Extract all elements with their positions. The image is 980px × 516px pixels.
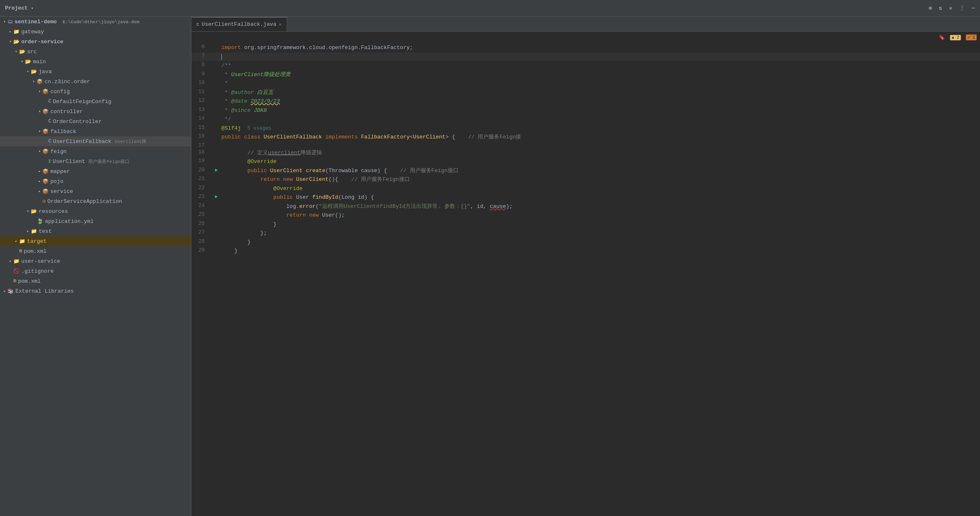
sidebar-item-external-libraries[interactable]: 📚 External Libraries bbox=[0, 286, 191, 296]
tab-user-client-fallback[interactable]: C UserClientFallback.java ✕ bbox=[191, 17, 287, 31]
sidebar-item-package[interactable]: 📦 cn.z3inc.order bbox=[0, 77, 191, 86]
menu-icon[interactable]: ⋮ bbox=[959, 5, 965, 12]
resources-icon: 📂 bbox=[31, 208, 37, 215]
default-feign-config-label: DefaultFeignConfig bbox=[53, 99, 111, 105]
project-dropdown-icon[interactable]: ▾ bbox=[31, 6, 34, 11]
resources-arrow bbox=[25, 209, 31, 214]
line-gutter-16 bbox=[211, 133, 221, 142]
bookmark-icon[interactable]: 🔖 bbox=[939, 35, 945, 41]
sidebar-item-default-feign-config[interactable]: C DefaultFeignConfig bbox=[0, 96, 191, 106]
sidebar-item-fallback[interactable]: 📦 fallback bbox=[0, 126, 191, 136]
main-layout: 🗂 sentinel-demo E:\Code\Other\jiuye\java… bbox=[0, 17, 980, 516]
folder-open-icon: 📂 bbox=[25, 59, 31, 65]
line-content-23: public User findById(Long id) { bbox=[221, 193, 980, 202]
line-num-7: 7 bbox=[191, 52, 211, 62]
sidebar-item-gitignore[interactable]: 🚫 .gitignore bbox=[0, 266, 191, 276]
main-arrow bbox=[19, 59, 25, 64]
line-gutter-6 bbox=[211, 43, 221, 52]
line-num-29: 29 bbox=[191, 247, 211, 256]
add-icon[interactable]: ⊕ bbox=[928, 5, 932, 12]
controller-icon: 📦 bbox=[42, 109, 49, 115]
user-client-fallback-label: UserClientFallback UserClient降 bbox=[53, 138, 146, 145]
sidebar-item-mapper[interactable]: 📦 mapper bbox=[0, 166, 191, 176]
sidebar-item-pojo[interactable]: 📦 pojo bbox=[0, 176, 191, 186]
folder-icon: 📁 bbox=[13, 258, 20, 264]
line-gutter-13 bbox=[211, 106, 221, 115]
pojo-label: pojo bbox=[50, 178, 63, 185]
line-num-15: 15 bbox=[191, 124, 211, 133]
code-line-12: 12 * @date 2023/9/23 bbox=[191, 97, 980, 106]
sidebar-item-user-client-fallback[interactable]: C UserClientFallback UserClient降 bbox=[0, 136, 191, 146]
sidebar-item-resources[interactable]: 📂 resources bbox=[0, 206, 191, 216]
sidebar-item-order-controller[interactable]: C OrderController bbox=[0, 116, 191, 126]
line-gutter-28 bbox=[211, 238, 221, 247]
sidebar-item-controller[interactable]: 📦 controller bbox=[0, 106, 191, 116]
sidebar-item-user-service[interactable]: 📁 user-service bbox=[0, 256, 191, 266]
sidebar-item-gateway[interactable]: 📁 gateway bbox=[0, 27, 191, 37]
pom-order-label: pom.xml bbox=[24, 248, 47, 254]
line-gutter-21 bbox=[211, 175, 221, 184]
sidebar-item-config[interactable]: 📦 config bbox=[0, 86, 191, 96]
updown-icon[interactable]: ⇅ bbox=[939, 5, 942, 12]
tab-close-button[interactable]: ✕ bbox=[279, 22, 282, 27]
sidebar-item-application-yml[interactable]: 🍃 application.yml bbox=[0, 216, 191, 226]
sidebar-item-order-service-app[interactable]: ⚙ OrderServiceApplication bbox=[0, 196, 191, 206]
code-line-29: 29 } bbox=[191, 247, 980, 256]
sidebar-item-pom-root[interactable]: m pom.xml bbox=[0, 276, 191, 286]
src-arrow bbox=[13, 49, 19, 54]
xml-icon: m bbox=[13, 278, 16, 284]
line-gutter-14 bbox=[211, 115, 221, 124]
code-lines: 6 import org.springframework.cloud.openf… bbox=[191, 43, 980, 256]
line-num-21: 21 bbox=[191, 175, 211, 184]
sidebar-item-order-service[interactable]: 📂 order-service bbox=[0, 37, 191, 47]
root-label: sentinel-demo E:\Code\Other\jiuye\java-d… bbox=[15, 19, 139, 25]
line-content-28: } bbox=[221, 238, 980, 247]
line-num-24: 24 bbox=[191, 202, 211, 211]
line-num-28: 28 bbox=[191, 238, 211, 247]
sidebar-item-pom-order[interactable]: m pom.xml bbox=[0, 246, 191, 256]
feign-icon: 📦 bbox=[42, 148, 49, 155]
line-gutter-24 bbox=[211, 202, 221, 211]
folder-open-icon: 📂 bbox=[19, 49, 25, 55]
minimize-icon[interactable]: — bbox=[972, 5, 975, 12]
gutter-run-20[interactable]: ▶ bbox=[215, 168, 218, 173]
sidebar-item-main[interactable]: 📂 main bbox=[0, 57, 191, 67]
code-line-7: 7 bbox=[191, 52, 980, 62]
line-gutter-20: ▶ bbox=[211, 166, 221, 175]
line-content-21: return new UserClient(){ // 用户服务Feign接口 bbox=[221, 175, 980, 184]
user-service-arrow bbox=[7, 259, 13, 264]
line-content-27: }; bbox=[221, 229, 980, 238]
root-icon: 🗂 bbox=[7, 19, 13, 25]
editor-area: C UserClientFallback.java ✕ 🔖 ▲ 2 ✓ 1 6 … bbox=[191, 17, 980, 516]
code-line-24: 24 log.error("远程调用UserClient#findById方法出… bbox=[191, 202, 980, 211]
line-num-6: 6 bbox=[191, 43, 211, 52]
line-num-16: 16 bbox=[191, 133, 211, 142]
ext-lib-icon: 📚 bbox=[7, 288, 14, 294]
folder-icon: 📁 bbox=[13, 29, 20, 35]
sidebar-item-feign[interactable]: 📦 feign bbox=[0, 146, 191, 156]
line-num-8: 8 bbox=[191, 61, 211, 70]
code-editor[interactable]: 6 import org.springframework.cloud.openf… bbox=[191, 43, 980, 516]
line-num-18: 18 bbox=[191, 148, 211, 158]
sidebar-item-service[interactable]: 📦 service bbox=[0, 186, 191, 196]
tab-bar: C UserClientFallback.java ✕ bbox=[191, 17, 980, 32]
line-gutter-27 bbox=[211, 229, 221, 238]
tree-root[interactable]: 🗂 sentinel-demo E:\Code\Other\jiuye\java… bbox=[0, 17, 191, 27]
sidebar-item-java[interactable]: 📂 java bbox=[0, 67, 191, 77]
line-num-10: 10 bbox=[191, 79, 211, 88]
sidebar-item-test[interactable]: 📁 test bbox=[0, 226, 191, 236]
config-label: config bbox=[50, 89, 70, 95]
line-content-22: @Override bbox=[221, 184, 980, 193]
line-content-12: * @date 2023/9/23 bbox=[221, 97, 980, 106]
service-arrow bbox=[37, 189, 42, 194]
close-icon[interactable]: ✕ bbox=[949, 5, 952, 12]
line-num-11: 11 bbox=[191, 88, 211, 97]
line-gutter-19 bbox=[211, 157, 221, 166]
line-num-14: 14 bbox=[191, 115, 211, 124]
sidebar-item-src[interactable]: 📂 src bbox=[0, 47, 191, 57]
sidebar-item-user-client[interactable]: I UserClient 用户服务Feign接口 bbox=[0, 156, 191, 166]
gutter-run-23[interactable]: ▶ bbox=[215, 194, 218, 199]
sidebar-item-target[interactable]: 📁 target bbox=[0, 236, 191, 246]
line-content-15: @Slf4j 5 usages bbox=[221, 124, 980, 133]
line-gutter-9 bbox=[211, 70, 221, 79]
